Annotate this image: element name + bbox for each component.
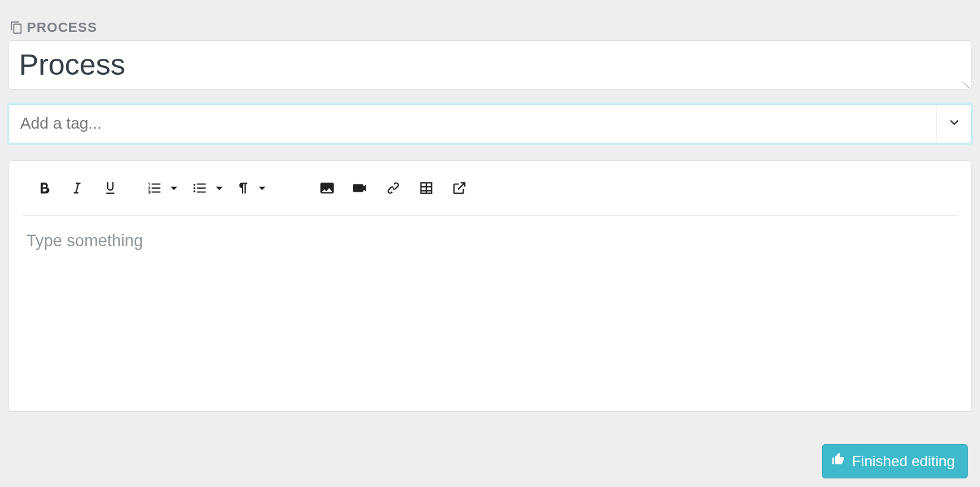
insert-image-button[interactable]	[311, 177, 344, 202]
finished-editing-label: Finished editing	[852, 453, 955, 470]
section-header: PROCESS	[10, 20, 971, 36]
image-icon	[319, 180, 335, 198]
thumbs-up-icon	[831, 452, 846, 470]
caret-down-icon	[166, 180, 182, 198]
title-card	[9, 40, 971, 89]
editor-card: Type something	[9, 160, 971, 412]
pilcrow-icon	[235, 180, 251, 198]
editor-body[interactable]: Type something	[23, 216, 957, 375]
copy-icon	[10, 21, 23, 34]
open-external-button[interactable]	[443, 177, 476, 202]
resize-handle[interactable]	[961, 79, 970, 88]
insert-video-button[interactable]	[344, 177, 377, 202]
insert-link-button[interactable]	[377, 177, 410, 202]
tag-input[interactable]	[9, 105, 937, 143]
caret-down-icon	[254, 180, 270, 198]
tag-card	[9, 104, 971, 143]
editor-toolbar	[23, 170, 957, 216]
italic-button[interactable]	[61, 177, 94, 202]
italic-icon	[69, 180, 85, 198]
bold-button[interactable]	[28, 177, 61, 202]
finished-editing-button[interactable]: Finished editing	[822, 444, 968, 478]
underline-button[interactable]	[94, 177, 127, 202]
section-header-label: PROCESS	[27, 20, 97, 36]
ordered-list-icon	[146, 180, 162, 198]
caret-down-icon	[211, 180, 227, 198]
insert-table-button[interactable]	[410, 177, 443, 202]
video-icon	[352, 180, 368, 198]
ordered-list-button[interactable]	[141, 177, 187, 202]
tag-dropdown-toggle[interactable]	[937, 105, 971, 143]
title-input[interactable]	[19, 47, 961, 83]
table-icon	[418, 180, 434, 198]
paragraph-format-button[interactable]	[232, 177, 273, 202]
underline-icon	[102, 180, 118, 198]
bold-icon	[36, 180, 52, 198]
unordered-list-button[interactable]	[187, 177, 232, 202]
link-icon	[385, 180, 401, 198]
chevron-down-icon	[948, 116, 961, 132]
unordered-list-icon	[192, 180, 208, 198]
external-link-icon	[451, 180, 467, 198]
